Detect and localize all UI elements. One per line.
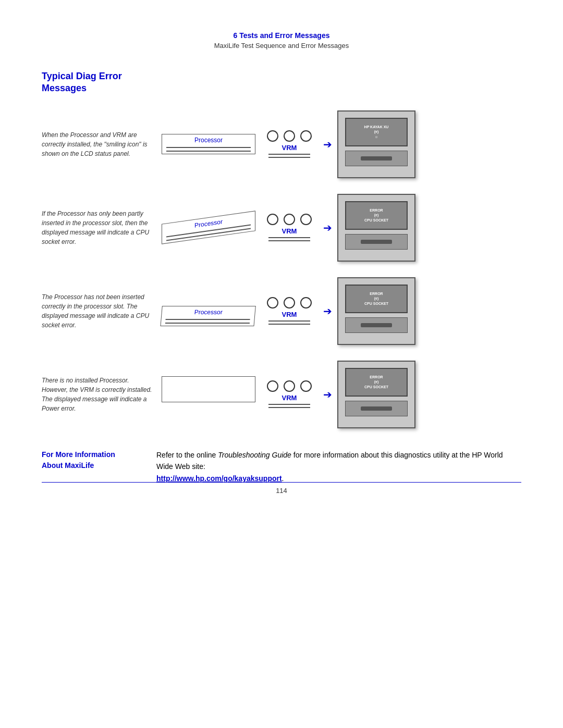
arrow-1: ➔ <box>323 138 332 151</box>
vrm-label-4: VRM <box>282 394 297 402</box>
vrm-circle <box>267 130 278 142</box>
lcd-panel-3: ERROR(e)CPU SOCKET <box>337 277 415 345</box>
page-header: 6 Tests and Error Messages MaxiLife Test… <box>42 31 521 50</box>
lcd-screen-text-3: ERROR(e)CPU SOCKET <box>364 291 388 306</box>
lcd-slot-2 <box>361 240 392 244</box>
processor-box-3: Processor <box>162 301 255 321</box>
page-number: 114 <box>276 487 287 495</box>
lcd-bottom-1 <box>345 151 408 166</box>
lcd-panel-4: ERROR(e)CPU SOCKET <box>337 361 415 428</box>
diagram-row-3: The Processor has not been inserted corr… <box>42 277 521 345</box>
vrm-circle <box>284 214 295 225</box>
proc-line <box>166 151 251 152</box>
info-section: For More InformationAbout MaxiLife Refer… <box>42 449 521 484</box>
lcd-screen-text-4: ERROR(e)CPU SOCKET <box>364 375 388 390</box>
diagram-row-1: When the Processor and VRM are correctly… <box>42 110 521 178</box>
vrm-circle <box>284 297 295 309</box>
chapter-title: 6 Tests and Error Messages <box>42 31 521 40</box>
processor-label-1: Processor <box>166 137 251 144</box>
vrm-line <box>268 404 310 405</box>
page-footer: 114 <box>42 482 521 495</box>
vrm-circle <box>267 297 278 309</box>
arrow-4: ➔ <box>323 388 332 401</box>
vrm-label-2: VRM <box>282 227 297 235</box>
vrm-circle <box>267 380 278 392</box>
info-content: Refer to the online Troubleshooting Guid… <box>156 449 521 484</box>
lcd-bottom-4 <box>345 401 408 416</box>
vrm-line <box>268 240 310 241</box>
processor-box-1: Processor <box>162 134 255 154</box>
header-subtitle: MaxiLife Test Sequence and Error Message… <box>42 42 521 50</box>
vrm-box-1: VRM <box>261 130 318 158</box>
vrm-line <box>268 320 310 322</box>
lcd-screen-1: HP KAYAK XU(e)☺ <box>345 118 408 146</box>
arrow-3: ➔ <box>323 305 332 317</box>
vrm-box-3: VRM <box>261 297 318 325</box>
info-link[interactable]: http://www.hp.com/go/kayaksupport <box>156 474 282 483</box>
vrm-label-1: VRM <box>282 144 297 152</box>
proc-line <box>165 319 250 320</box>
desc-text-3: The Processor has not been inserted corr… <box>42 292 162 330</box>
vrm-line <box>268 157 310 158</box>
arrow-2: ➔ <box>323 221 332 234</box>
proc-line <box>166 147 251 148</box>
vrm-circle <box>284 130 295 142</box>
vrm-box-2: VRM <box>261 214 318 241</box>
proc-line <box>165 323 250 324</box>
lcd-slot-4 <box>361 406 392 411</box>
lcd-screen-2: ERROR(e)CPU SOCKET <box>345 201 408 230</box>
diagram-row-4: There is no installed Processor. However… <box>42 361 521 428</box>
info-heading: For More InformationAbout MaxiLife <box>42 449 146 484</box>
processor-box-4 <box>162 376 255 413</box>
diagram-row-2: If the Processor has only been partly in… <box>42 194 521 262</box>
processor-box-2: Processor <box>162 212 255 243</box>
vrm-label-3: VRM <box>282 311 297 318</box>
info-body-text: Refer to the online Troubleshooting Guid… <box>156 451 503 471</box>
vrm-circle <box>300 130 312 142</box>
lcd-panel-1: HP KAYAK XU(e)☺ <box>337 110 415 178</box>
lcd-bottom-3 <box>345 317 408 333</box>
vrm-circle <box>300 214 312 225</box>
desc-text-4: There is no installed Processor. However… <box>42 376 162 413</box>
vrm-line <box>268 324 310 325</box>
vrm-circle <box>284 380 295 392</box>
lcd-screen-3: ERROR(e)CPU SOCKET <box>345 285 408 313</box>
vrm-circle <box>267 214 278 225</box>
desc-text-2: If the Processor has only been partly in… <box>42 209 162 246</box>
vrm-line <box>268 154 310 155</box>
processor-label-3: Processor <box>166 309 251 316</box>
lcd-slot-3 <box>361 323 392 327</box>
info-link-suffix: . <box>282 474 284 483</box>
vrm-box-4: VRM <box>261 380 318 408</box>
vrm-line <box>268 407 310 408</box>
lcd-panel-2: ERROR(e)CPU SOCKET <box>337 194 415 262</box>
vrm-circle <box>300 297 312 309</box>
vrm-line <box>268 237 310 238</box>
lcd-screen-text-1: HP KAYAK XU(e)☺ <box>364 125 389 140</box>
lcd-screen-4: ERROR(e)CPU SOCKET <box>345 368 408 397</box>
lcd-slot-1 <box>361 156 392 161</box>
section-heading: Typical Diag Error Messages <box>42 70 521 95</box>
lcd-bottom-2 <box>345 234 408 250</box>
vrm-circle <box>300 380 312 392</box>
lcd-screen-text-2: ERROR(e)CPU SOCKET <box>364 208 388 223</box>
desc-text-1: When the Processor and VRM are correctly… <box>42 130 162 158</box>
